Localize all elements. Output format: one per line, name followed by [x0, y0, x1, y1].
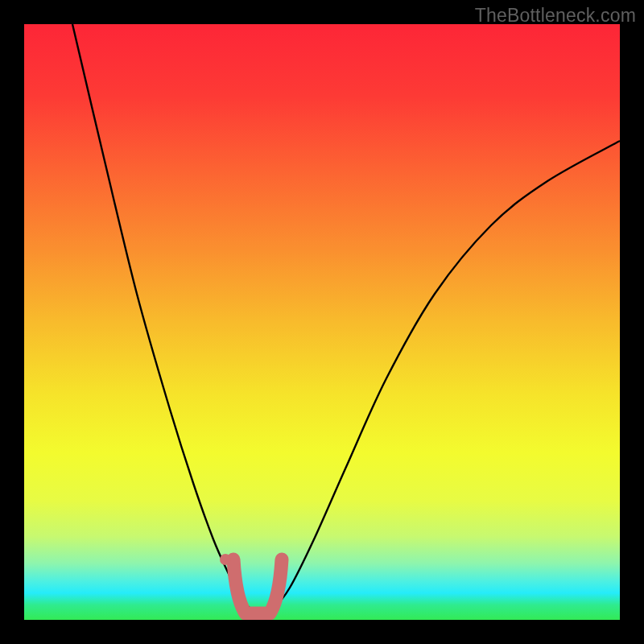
- plot-area: [24, 24, 620, 620]
- bottleneck-curve: [72, 24, 620, 612]
- trough-dot: [220, 554, 231, 565]
- curve-layer: [24, 24, 620, 620]
- watermark-text: TheBottleneck.com: [475, 5, 636, 27]
- trough-highlight: [233, 559, 282, 613]
